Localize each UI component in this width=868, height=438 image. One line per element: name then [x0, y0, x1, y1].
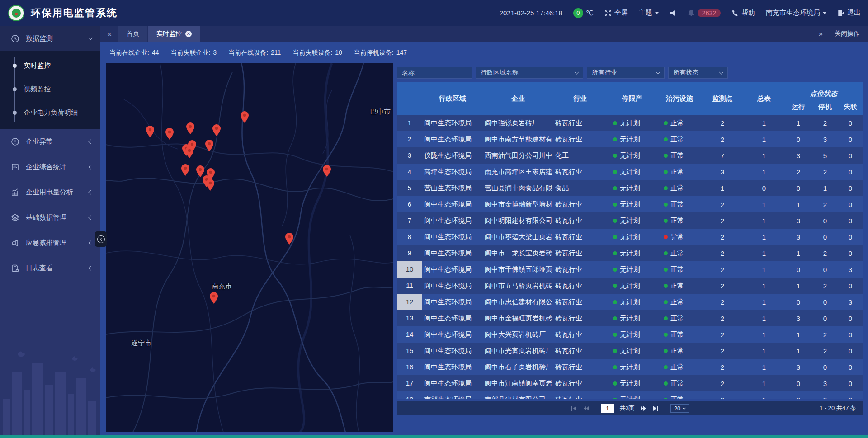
chevron-left-icon: [89, 139, 93, 144]
row-index: 5: [397, 180, 422, 196]
table-row[interactable]: 16 阆中生态环境局 阆中市石子页岩机砖厂 砖瓦行业 无计划 正常 2 1 3 …: [397, 359, 863, 375]
cell-lost: 0: [838, 152, 863, 160]
table-row[interactable]: 14 阆中生态环境局 阆中大兴页岩机砖厂 砖瓦行业 无计划 正常 2 1 1 2…: [397, 326, 863, 343]
tabs-scroll-right-button[interactable]: »: [819, 29, 823, 38]
stop-status-dot: [613, 235, 617, 239]
fullscreen-button[interactable]: 全屏: [604, 9, 628, 17]
tabs-scroll-left-button[interactable]: «: [100, 26, 118, 42]
first-page-button[interactable]: [571, 405, 577, 412]
sidebar-collapse-button[interactable]: [95, 231, 107, 247]
page-number-input[interactable]: [601, 404, 614, 413]
facility-status-dot: [664, 268, 668, 272]
table-row[interactable]: 11 阆中生态环境局 阆中市五马桥页岩机砖 砖瓦行业 无计划 正常 2 1 1 …: [397, 278, 863, 294]
cell-pollution-facility: 正常: [657, 298, 702, 306]
table-row[interactable]: 10 阆中生态环境局 阆中市千佛镇五郎垭页 砖瓦行业 无计划 正常 2 1 0 …: [397, 261, 863, 278]
page-size-select[interactable]: 20: [670, 404, 689, 413]
cell-stop-production: 无计划: [607, 217, 657, 225]
sidebar-item-log-view[interactable]: 日志查看: [0, 255, 100, 281]
pin-icon: [323, 165, 331, 177]
sidebar-item-enterprise-statistics[interactable]: 企业综合统计: [0, 154, 100, 179]
sound-button[interactable]: [670, 9, 677, 17]
name-filter-input[interactable]: [402, 69, 467, 76]
table-row[interactable]: 4 高坪生态环境局 南充市高坪区王家店建 砖瓦行业 无计划 正常 3 1 2 2…: [397, 164, 863, 180]
cell-total-meter: 1: [743, 217, 785, 225]
sidebar-item-enterprise-abnormal[interactable]: 企业异常: [0, 129, 100, 154]
sidebar-item-data-monitor[interactable]: 数据监测: [0, 26, 100, 51]
sidebar-item-base-data[interactable]: 基础数据管理: [0, 205, 100, 230]
cell-region: 营山生态环境局: [422, 184, 483, 193]
map-marker-pin[interactable]: [323, 165, 331, 177]
sidebar-item-emergency-reduction[interactable]: 应急减排管理: [0, 230, 100, 255]
tab-realtime-monitor[interactable]: 实时监控 ✕: [148, 26, 200, 42]
pin-icon: [205, 140, 213, 151]
sidebar-item-power-analysis[interactable]: 企业用电量分析: [0, 179, 100, 205]
megaphone-icon: [11, 239, 19, 247]
table-row[interactable]: 7 阆中生态环境局 阆中明阳建材有限公司 砖瓦行业 无计划 正常 2 1 3 0…: [397, 212, 863, 229]
row-index: 15: [397, 343, 422, 359]
map-marker-pin[interactable]: [241, 111, 249, 123]
cell-halted: 0: [812, 363, 838, 371]
map-marker-pin[interactable]: [186, 122, 194, 134]
tab-home[interactable]: 首页: [118, 26, 147, 42]
map-marker-pin[interactable]: [181, 164, 189, 176]
map-marker-pin[interactable]: [206, 179, 214, 191]
table-row[interactable]: 5 营山生态环境局 营山县润丰肉食品有限 食品 无计划 正常 1 0 0 1 0: [397, 180, 863, 196]
cell-lost: 0: [838, 119, 863, 127]
table-row[interactable]: 17 阆中生态环境局 阆中市江南镇阆南页岩 砖瓦行业 无计划 正常 2 1 0 …: [397, 375, 863, 391]
cell-stop-production: 无计划: [607, 298, 657, 306]
org-dropdown[interactable]: 南充市生态环境局: [766, 9, 826, 17]
cell-running: 3: [785, 315, 812, 322]
facility-status-dot: [664, 398, 668, 399]
table-row[interactable]: 6 阆中生态环境局 阆中市金博瑞新型墙材 砖瓦行业 无计划 正常 2 1 1 2…: [397, 196, 863, 212]
map-marker-pin[interactable]: [212, 124, 221, 136]
cell-stop-production: 无计划: [607, 249, 657, 258]
industry-filter-select[interactable]: 所有行业: [587, 67, 665, 79]
map-marker-pin[interactable]: [165, 128, 174, 140]
cell-region: 阆中生态环境局: [422, 282, 483, 290]
table-row[interactable]: 9 阆中生态环境局 阆中市二龙长宝页岩砖 砖瓦行业 无计划 正常 2 1 1 2…: [397, 245, 863, 261]
next-page-button[interactable]: [640, 405, 647, 412]
table-body: 1 阆中生态环境局 阆中强锐页岩砖厂 砖瓦行业 无计划 正常 2 1 1 2 0…: [397, 115, 863, 399]
map-city-label: 巴中市: [370, 108, 391, 116]
cell-region: 南部生态环境局: [422, 396, 483, 399]
region-filter-select[interactable]: 行政区域名称: [476, 67, 583, 79]
map-marker-pin[interactable]: [146, 126, 154, 137]
sidebar-subitem-realtime-monitor[interactable]: 实时监控: [0, 54, 100, 77]
logout-button[interactable]: 退出: [837, 9, 861, 17]
map-marker-pin[interactable]: [185, 146, 193, 158]
table-row[interactable]: 8 阆中生态环境局 阆中市枣碧大梁山页岩 砖瓦行业 无计划 异常 2 1 3 0…: [397, 229, 863, 245]
notifications[interactable]: 2632: [688, 9, 721, 17]
cell-region: 阆中生态环境局: [422, 379, 483, 388]
last-page-button[interactable]: [652, 405, 659, 412]
map-canvas[interactable]: 巴中市南充市遂宁市: [106, 63, 393, 432]
table-row[interactable]: 12 阆中生态环境局 阆中市忠信建材有限公 砖瓦行业 无计划 正常 2 1 0 …: [397, 294, 863, 310]
table-row[interactable]: 3 仪陇生态环境局 西南油气田分公司川中 化工 无计划 正常 7 1 3 5 0: [397, 147, 863, 164]
cell-stop-production: 无计划: [607, 396, 657, 399]
tab-close-icon[interactable]: ✕: [185, 31, 192, 37]
map-marker-pin[interactable]: [285, 233, 293, 245]
sidebar-subitem-power-load-detail[interactable]: 企业电力负荷明细: [0, 101, 100, 124]
cell-stop-production: 无计划: [607, 135, 657, 144]
stat-stopped-devices: 当前停机设备:147: [354, 49, 407, 57]
prev-page-button[interactable]: [583, 405, 590, 412]
table-row[interactable]: 2 阆中生态环境局 阆中市南方节能建材有 砖瓦行业 无计划 正常 2 1 0 3…: [397, 131, 863, 147]
filter-bar: 行政区域名称 所有行业 所有状态: [397, 67, 863, 79]
table-row[interactable]: 1 阆中生态环境局 阆中强锐页岩砖厂 砖瓦行业 无计划 正常 2 1 1 2 0: [397, 115, 863, 131]
close-operations-button[interactable]: 关闭操作: [835, 30, 860, 38]
cell-industry: 食品: [553, 184, 607, 193]
map-marker-pin[interactable]: [205, 140, 213, 151]
caret-down-icon: [823, 12, 826, 16]
map-marker-pin[interactable]: [210, 292, 218, 304]
table-row[interactable]: 18 南部生态环境局 南部县建材有限公司 砖瓦行业 无计划 正常 2 1 0 3…: [397, 391, 863, 399]
theme-dropdown[interactable]: 主题: [639, 9, 659, 17]
table-row[interactable]: 15 阆中生态环境局 阆中市光富页岩机砖厂 砖瓦行业 无计划 正常 2 1 1 …: [397, 343, 863, 359]
help-button[interactable]: 帮助: [731, 9, 755, 17]
facility-status-dot: [664, 381, 668, 386]
pin-icon: [206, 179, 214, 191]
cell-lost: 0: [838, 250, 863, 257]
sidebar-subitem-video-monitor[interactable]: 视频监控: [0, 77, 100, 101]
table-row[interactable]: 13 阆中生态环境局 阆中市金福旺页岩机砖 砖瓦行业 无计划 正常 2 1 3 …: [397, 310, 863, 326]
cell-total-meter: 1: [743, 396, 785, 399]
cell-pollution-facility: 正常: [657, 347, 702, 355]
status-filter-select[interactable]: 所有状态: [668, 67, 728, 79]
